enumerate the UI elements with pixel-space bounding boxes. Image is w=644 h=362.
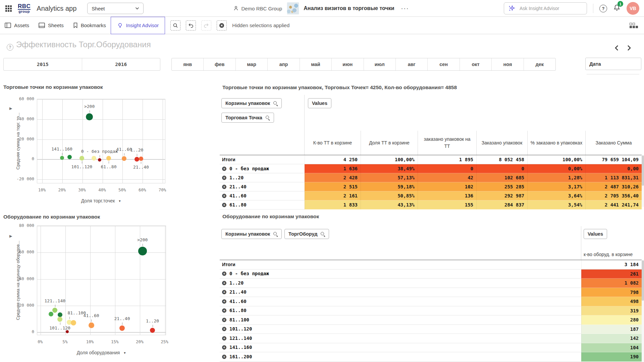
month-filter-4[interactable]: апр [267, 58, 299, 70]
row-label-cell[interactable]: Итоги [220, 155, 305, 164]
value-cell[interactable]: 2 515 [305, 182, 361, 191]
value-cell[interactable]: 798 [581, 288, 642, 297]
app-options-menu[interactable]: ··· [399, 5, 411, 12]
row-label-cell[interactable]: +121..140 [220, 334, 581, 343]
value-cell[interactable]: 50,85% [361, 191, 418, 200]
month-filter-11[interactable]: ноя [491, 58, 523, 70]
rbc-group-logo[interactable]: RBC group [18, 3, 31, 13]
value-cell[interactable]: 79 659 104,09 [585, 155, 642, 164]
value-cell[interactable]: 280 [581, 315, 642, 325]
month-filter-7[interactable]: июл [364, 58, 395, 70]
data-point-141..160[interactable] [60, 156, 64, 160]
value-cell[interactable]: 100,00% [361, 155, 418, 164]
x-axis-title[interactable]: Доля торг.точек▼ [37, 198, 165, 203]
value-cell[interactable]: 255 285 [476, 182, 527, 191]
expand-icon[interactable]: + [222, 194, 226, 198]
value-cell[interactable]: 38,49% [361, 164, 418, 173]
value-cell[interactable]: 2 428 [305, 173, 361, 182]
value-cell[interactable]: 142 [581, 334, 642, 343]
month-filter-8[interactable]: авг [395, 58, 427, 70]
value-cell[interactable]: 102 685 [476, 173, 527, 182]
expand-icon[interactable]: + [222, 327, 226, 331]
value-cell[interactable]: 57,13% [361, 173, 418, 182]
value-cell[interactable]: 2 441 241,74 [585, 200, 642, 209]
data-point-41..60[interactable] [89, 322, 94, 328]
sheet-selector-dropdown[interactable]: Sheet [87, 3, 144, 14]
value-cell[interactable]: 1 895 [418, 155, 476, 164]
value-cell[interactable]: 292 987 [476, 191, 527, 200]
data-point[interactable] [58, 312, 62, 317]
value-cell[interactable]: 2 161 [305, 191, 361, 200]
dimension-chip-1[interactable]: Корзины упаковок [221, 229, 282, 239]
value-cell[interactable]: 0,00% [527, 164, 585, 173]
data-point-21..40[interactable] [139, 157, 143, 161]
column-header[interactable]: заказано упаковок на ТТ [418, 131, 476, 155]
value-cell[interactable]: 102 [418, 182, 476, 191]
value-cell[interactable]: 155 [418, 200, 476, 209]
data-point-61..80[interactable] [106, 156, 111, 161]
next-sheet-button[interactable] [625, 44, 633, 52]
data-point-101..120[interactable] [79, 156, 84, 161]
row-label-cell[interactable]: +21..40 [220, 182, 305, 191]
row-label-cell[interactable]: +101..120 [220, 325, 581, 334]
row-label-cell[interactable]: +1..20 [220, 279, 581, 288]
user-avatar[interactable]: VB [627, 2, 639, 15]
value-cell[interactable]: 100,00% [527, 155, 585, 164]
value-cell[interactable]: 3,54% [527, 200, 585, 209]
value-cell[interactable]: 136 [418, 191, 476, 200]
value-cell[interactable]: 1 082 [581, 279, 642, 288]
values-tab[interactable]: Values [584, 229, 607, 239]
values-tab[interactable]: Values [308, 98, 331, 108]
row-label-cell[interactable]: +81..100 [220, 315, 581, 325]
value-cell[interactable]: 4 250 [305, 155, 361, 164]
data-point[interactable] [67, 155, 72, 159]
month-filter-6[interactable]: июн [331, 58, 363, 70]
value-cell[interactable]: 3,64% [527, 191, 585, 200]
column-header[interactable]: к-во оборуд. в корзине [584, 252, 633, 257]
expand-icon[interactable]: + [222, 185, 226, 189]
expand-icon[interactable]: + [222, 272, 226, 276]
column-header[interactable]: % заказано в упаковках [527, 131, 585, 155]
insight-advisor-input[interactable] [520, 6, 577, 11]
column-header[interactable]: Заказано Сумма [585, 131, 642, 155]
undo-selection-button[interactable] [186, 20, 196, 31]
app-thumbnail[interactable] [287, 2, 299, 14]
row-label-cell[interactable]: +41..60 [220, 191, 305, 200]
value-cell[interactable]: 104 [581, 343, 642, 353]
row-label-cell[interactable]: +161..200 [220, 352, 581, 362]
expand-icon[interactable]: + [222, 203, 226, 207]
expand-icon[interactable]: + [222, 345, 226, 350]
value-cell[interactable]: 1 636 [305, 164, 361, 173]
value-cell[interactable]: 284 837 [476, 200, 527, 209]
row-label-cell[interactable]: +41..60 [220, 297, 581, 306]
data-point[interactable] [66, 330, 69, 333]
value-cell[interactable]: 3,17% [527, 182, 585, 191]
value-cell[interactable]: 498 [581, 297, 642, 306]
scrollbar[interactable] [642, 260, 644, 362]
value-cell[interactable]: 0,00 [585, 164, 642, 173]
column-header[interactable]: Заказано упаковок [476, 131, 527, 155]
data-point-21..40[interactable] [119, 325, 125, 331]
previous-sheet-button[interactable] [613, 44, 621, 52]
insight-advisor-button[interactable]: Insight Advisor [111, 17, 165, 34]
smart-search-button[interactable] [170, 20, 180, 31]
dimension-chip-2[interactable]: ТоргОборуд [284, 229, 329, 239]
data-point-121..140[interactable] [52, 308, 57, 313]
dimension-chip-2[interactable]: Торговая Точка [221, 113, 274, 123]
app-launcher-icon[interactable] [5, 5, 12, 12]
search-icon[interactable] [320, 232, 325, 236]
expand-icon[interactable]: + [222, 318, 226, 322]
month-filter-10[interactable]: окт [460, 58, 491, 70]
sheets-button[interactable]: Sheets [34, 17, 68, 34]
month-filter-2[interactable]: фев [203, 58, 235, 70]
value-cell[interactable]: 1,28% [527, 173, 585, 182]
month-filter-5[interactable]: май [300, 58, 331, 70]
data-point->200[interactable] [86, 113, 93, 120]
scrollbar[interactable] [642, 155, 644, 207]
row-label-cell[interactable]: +0 - без продаж [220, 164, 305, 173]
expand-icon[interactable]: + [222, 336, 226, 341]
row-label-cell[interactable]: +141..160 [220, 343, 581, 353]
column-header[interactable]: Доля ТТ в корзине [361, 131, 418, 155]
scrollbar-thumb[interactable] [642, 156, 644, 186]
expand-icon[interactable]: + [222, 176, 226, 180]
